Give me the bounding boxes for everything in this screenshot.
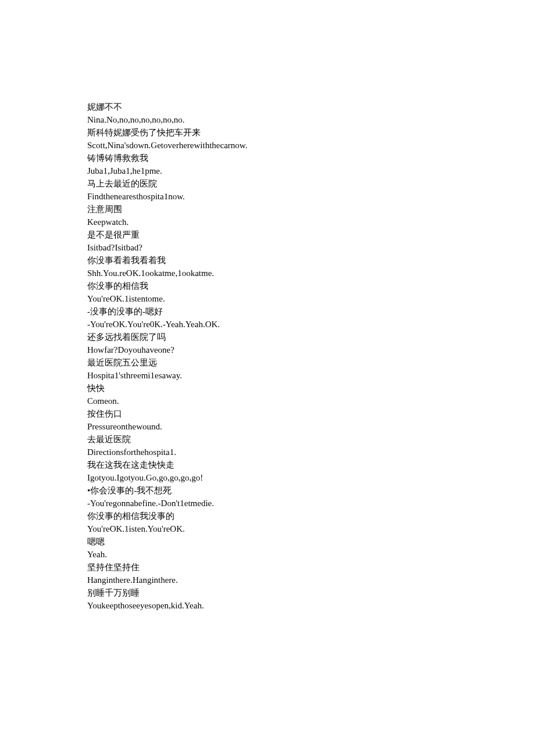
text-line: 最近医院五公里远	[87, 356, 448, 369]
text-line: Youkeepthoseeyesopen,kid.Yeah.	[87, 599, 448, 612]
text-line: 马上去最近的医院	[87, 177, 448, 190]
text-line: You'reOK.1istentome.	[87, 292, 448, 305]
text-line: 按住伤口	[87, 407, 448, 420]
text-line: 别睡千万别睡	[87, 586, 448, 599]
text-line: Hospita1'sthreemi1esaway.	[87, 369, 448, 382]
text-line: Isitbad?Isitbad?	[87, 241, 448, 254]
text-line: -You'reOK.You're0K.-Yeah.Yeah.OK.	[87, 318, 448, 331]
text-line: Directionsforthehospita1.	[87, 446, 448, 458]
text-line: Igotyou.Igotyou.Go,go,go,go,go!	[87, 471, 448, 484]
text-line: 你没事的相信我	[87, 280, 448, 292]
text-line: Yeah.	[87, 548, 448, 561]
text-line: Scott,Nina'sdown.Getoverherewiththecarno…	[87, 139, 448, 152]
text-line: •你会没事的-我不想死	[87, 484, 448, 497]
text-line: 妮娜不不	[87, 101, 448, 113]
text-line: Howfar?Doyouhaveone?	[87, 343, 448, 356]
text-line: Shh.You.reOK.1ookatme,1ookatme.	[87, 267, 448, 280]
text-line: 去最近医院	[87, 433, 448, 446]
text-line: 注意周围	[87, 203, 448, 216]
text-line: 嗯嗯	[87, 535, 448, 548]
text-line: Hanginthere.Hanginthere.	[87, 574, 448, 586]
text-line: 快快	[87, 382, 448, 395]
text-line: 还多远找着医院了吗	[87, 331, 448, 343]
text-line: 你没事看着我看着我	[87, 254, 448, 267]
text-line: Juba1,Juba1,he1pme.	[87, 164, 448, 177]
text-line: 铸博铸博救救我	[87, 152, 448, 164]
text-line: Findthenearesthospita1now.	[87, 190, 448, 203]
text-line: Keepwatch.	[87, 216, 448, 228]
text-line: You'reOK.1isten.You'reOK.	[87, 522, 448, 535]
text-line: 坚持住坚持住	[87, 561, 448, 574]
text-line: 是不是很严重	[87, 228, 448, 241]
text-line: -没事的没事的-嗯好	[87, 305, 448, 318]
document-page: 妮娜不不 Nina.No,no,no,no,no,no,no. 斯科特妮娜受伤了…	[0, 0, 535, 670]
text-line: 你没事的相信我没事的	[87, 510, 448, 522]
text-line: 斯科特妮娜受伤了快把车开来	[87, 126, 448, 139]
text-line: -You'regonnabefine.-Don't1etmedie.	[87, 497, 448, 510]
text-line: 我在这我在这走快快走	[87, 458, 448, 471]
text-line: Pressureonthewound.	[87, 420, 448, 433]
text-line: Comeon.	[87, 395, 448, 407]
text-line: Nina.No,no,no,no,no,no,no.	[87, 113, 448, 126]
